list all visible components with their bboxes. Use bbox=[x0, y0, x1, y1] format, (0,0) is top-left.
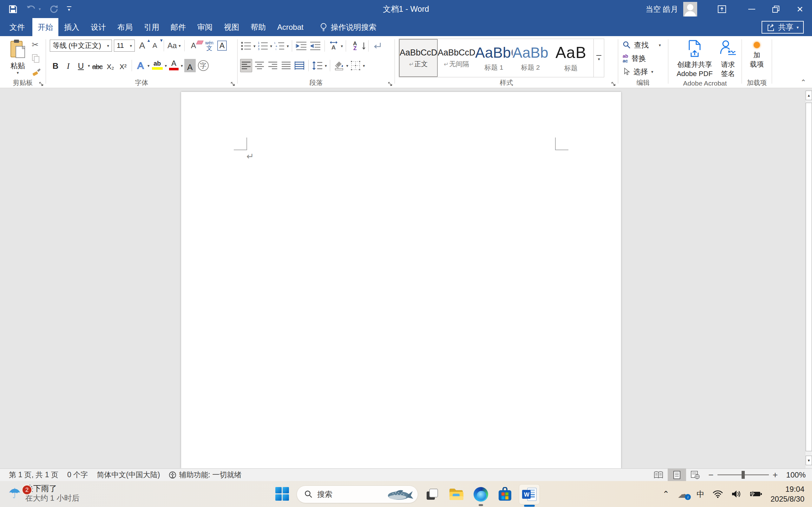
tab-file[interactable]: 文件 bbox=[2, 18, 32, 36]
clipboard-dialog-launcher-icon[interactable] bbox=[39, 81, 44, 87]
font-size-combo[interactable]: 11▾ bbox=[114, 40, 135, 52]
asian-layout-dropdown-icon[interactable]: ▾ bbox=[341, 44, 343, 48]
weather-widget[interactable]: ☂2 快下雨了 在大约 1 小时后 bbox=[8, 484, 79, 503]
create-share-pdf-button[interactable]: 创建并共享Adobe PDF bbox=[674, 36, 715, 80]
text-effects-dropdown-icon[interactable]: ▾ bbox=[148, 64, 150, 68]
addins-button[interactable]: 加载项 bbox=[745, 36, 768, 80]
read-mode-button[interactable] bbox=[649, 469, 668, 481]
style-normal[interactable]: AaBbCcD ↵正文 bbox=[399, 39, 438, 77]
strikethrough-button[interactable]: abc bbox=[91, 59, 103, 72]
change-case-button[interactable]: Aa▾ bbox=[167, 39, 181, 52]
style-heading1[interactable]: AaBbC 标题 1 bbox=[475, 39, 513, 77]
edge-button[interactable] bbox=[473, 486, 489, 503]
word-taskbar-button[interactable]: W bbox=[519, 484, 540, 504]
align-right-button[interactable] bbox=[267, 59, 279, 72]
character-border-button[interactable]: A bbox=[217, 39, 227, 52]
format-painter-button[interactable] bbox=[32, 68, 41, 77]
show-hide-marks-button[interactable] bbox=[371, 39, 384, 53]
highlight-button[interactable]: ab bbox=[151, 59, 164, 72]
scroll-up-button[interactable]: ▲ bbox=[806, 91, 812, 100]
find-button[interactable]: 查找 ▾ bbox=[623, 39, 661, 51]
paragraph-dialog-launcher-icon[interactable] bbox=[388, 81, 393, 87]
font-color-dropdown-icon[interactable]: ▾ bbox=[181, 64, 183, 68]
search-input[interactable] bbox=[317, 490, 377, 499]
document-page[interactable]: ↵ bbox=[181, 92, 621, 468]
word-count[interactable]: 0 个字 bbox=[63, 469, 92, 481]
numbering-button[interactable]: 123 bbox=[257, 39, 269, 53]
italic-button[interactable]: I bbox=[62, 59, 74, 72]
tab-review[interactable]: 审阅 bbox=[192, 18, 218, 36]
tab-layout[interactable]: 布局 bbox=[112, 18, 138, 36]
close-button[interactable]: × bbox=[788, 0, 812, 18]
font-color-button[interactable]: A bbox=[168, 59, 180, 72]
multilevel-list-button[interactable]: 1ai bbox=[273, 39, 286, 53]
copy-button[interactable] bbox=[32, 54, 41, 63]
onedrive-icon[interactable]: ☁i bbox=[677, 489, 688, 499]
tab-view[interactable]: 视图 bbox=[218, 18, 245, 36]
scrollbar-thumb[interactable] bbox=[806, 103, 812, 451]
request-signatures-button[interactable]: 请求签名 bbox=[716, 36, 740, 80]
decrease-indent-button[interactable] bbox=[295, 39, 308, 53]
phonetic-guide-button[interactable]: wén文 bbox=[204, 39, 215, 52]
tab-home[interactable]: 开始 bbox=[32, 18, 58, 36]
battery-icon[interactable] bbox=[750, 491, 762, 498]
tab-design[interactable]: 设计 bbox=[85, 18, 112, 36]
volume-icon[interactable] bbox=[731, 490, 741, 498]
shrink-font-button[interactable]: A▼ bbox=[149, 39, 160, 52]
accessibility-status[interactable]: 辅助功能: 一切就绪 bbox=[164, 469, 246, 481]
numbering-dropdown-icon[interactable]: ▾ bbox=[270, 44, 272, 48]
tray-chevron-icon[interactable]: ⌃ bbox=[662, 489, 669, 499]
collapse-ribbon-button[interactable]: ⌃ bbox=[801, 78, 806, 87]
wifi-icon[interactable] bbox=[713, 490, 723, 498]
tell-me-search[interactable]: 操作说明搜索 bbox=[320, 18, 376, 36]
shading-button[interactable] bbox=[333, 59, 345, 72]
style-no-spacing[interactable]: AaBbCcD ↵无间隔 bbox=[438, 39, 475, 77]
zoom-in-button[interactable]: + bbox=[769, 470, 781, 480]
multilevel-dropdown-icon[interactable]: ▾ bbox=[287, 44, 289, 48]
styles-dialog-launcher-icon[interactable] bbox=[611, 81, 616, 87]
bullets-dropdown-icon[interactable]: ▾ bbox=[253, 44, 256, 48]
bold-button[interactable]: B bbox=[50, 59, 61, 72]
subscript-button[interactable]: X₂ bbox=[105, 59, 116, 72]
borders-button[interactable] bbox=[350, 59, 362, 72]
tab-acrobat[interactable]: Acrobat bbox=[271, 18, 309, 36]
scroll-down-button[interactable]: ▼ bbox=[806, 456, 812, 465]
store-button[interactable] bbox=[497, 486, 513, 503]
underline-button[interactable]: U bbox=[75, 59, 87, 72]
grow-font-button[interactable]: A▲ bbox=[137, 39, 148, 52]
align-center-button[interactable] bbox=[253, 59, 265, 72]
font-name-combo[interactable]: 等线 (中文正文)▾ bbox=[50, 40, 112, 52]
zoom-slider[interactable] bbox=[717, 474, 769, 475]
minimize-button[interactable] bbox=[740, 0, 764, 18]
web-layout-button[interactable] bbox=[686, 469, 705, 481]
align-left-button[interactable] bbox=[240, 59, 252, 72]
tab-references[interactable]: 引用 bbox=[138, 18, 165, 36]
bullets-button[interactable] bbox=[240, 39, 252, 53]
vertical-scrollbar[interactable]: ▲ ▼ bbox=[805, 91, 812, 468]
tab-insert[interactable]: 插入 bbox=[58, 18, 85, 36]
line-spacing-button[interactable] bbox=[311, 59, 323, 72]
line-spacing-dropdown-icon[interactable]: ▾ bbox=[325, 64, 327, 68]
taskbar-search[interactable] bbox=[297, 486, 418, 503]
underline-dropdown-icon[interactable]: ▾ bbox=[88, 64, 90, 68]
start-button[interactable] bbox=[275, 487, 289, 501]
language-indicator[interactable]: 简体中文(中国大陆) bbox=[92, 469, 164, 481]
ime-indicator[interactable]: 中 bbox=[697, 489, 705, 499]
superscript-button[interactable]: X² bbox=[117, 59, 129, 72]
text-effects-button[interactable]: A bbox=[135, 59, 146, 72]
shading-dropdown-icon[interactable]: ▾ bbox=[346, 64, 349, 68]
avatar[interactable] bbox=[683, 2, 697, 16]
cut-button[interactable]: ✂ bbox=[32, 41, 41, 49]
tab-help[interactable]: 帮助 bbox=[245, 18, 271, 36]
style-heading2[interactable]: AaBb 标题 2 bbox=[513, 39, 548, 77]
page-indicator[interactable]: 第 1 页, 共 1 页 bbox=[0, 469, 63, 481]
highlight-dropdown-icon[interactable]: ▾ bbox=[165, 64, 167, 68]
zoom-slider-thumb[interactable] bbox=[742, 471, 745, 479]
replace-button[interactable]: abac 替换 bbox=[623, 52, 661, 65]
share-button[interactable]: 共享 ▾ bbox=[762, 21, 804, 34]
zoom-out-button[interactable]: − bbox=[705, 470, 717, 480]
increase-indent-button[interactable] bbox=[309, 39, 322, 53]
clear-formatting-button[interactable]: A bbox=[188, 39, 199, 52]
print-layout-button[interactable] bbox=[668, 469, 686, 481]
asian-layout-button[interactable]: A bbox=[328, 39, 340, 53]
